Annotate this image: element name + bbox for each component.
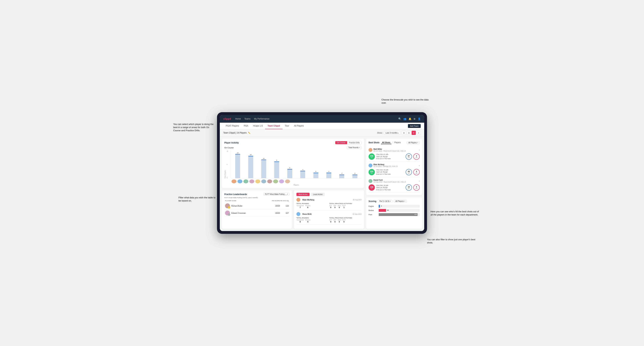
show-dropdown[interactable]: Last 3 months ▾ [384,131,400,135]
player-avatar-6 [267,179,272,183]
nav-my-performance[interactable]: My Performance [254,118,270,120]
best-shots-title: Best Shots [368,141,380,144]
all-shots-tab[interactable]: All Shots [381,141,392,144]
chevron-down-icon: ▾ [418,142,418,144]
tablet-screen: clippd Home Teams My Performance 🔍 👥 🔔 ⊕… [220,115,424,231]
chevron-down-icon: ▾ [390,200,391,202]
shot-player-name-2: Blair McHarg [374,164,419,166]
subnav-pgat[interactable]: PGAT Players [223,123,241,129]
total-rounds-section-2: Total Rounds Tournament 8 Practice [296,217,329,223]
bars-area: 13 12 10 9 5 4 3 3 [231,151,362,186]
tournament-stat-2: Tournament 8 [296,219,304,223]
player-avatar-4 [255,179,260,183]
left-col: Player Activity On Course Practice Drill… [222,139,364,229]
bar-group-0: 13 [232,151,244,178]
scoring-card: Scoring Par 3, 4 & 5s ▾ All Players ▾ [366,197,422,229]
activity-date-1: 26 Aug 2023 [352,199,362,201]
practice-drills-toggle[interactable]: Practice Drills [347,141,362,144]
shot-details-1: Shot Dist: 67 yds Start Lie: Rough End L… [376,153,404,160]
subnav-tour[interactable]: Tour [282,123,292,129]
best-shots-card: Best Shots All Shots | Players All Playe… [366,139,422,195]
card-view-button[interactable]: ♥ [412,131,416,135]
annotation-bottom-right: Here you can see who's hit the best shot… [430,210,480,216]
activity-tabs: Most Active Least Active [296,193,362,196]
on-course-toggle[interactable]: On Course [335,141,347,144]
tablet-frame: clippd Home Teams My Performance 🔍 👥 🔔 ⊕… [217,112,427,234]
all-players-dropdown[interactable]: All Players ▾ [407,141,420,144]
y-label-10: 10 [226,151,230,152]
practice-leaderboards-card: Practice Leaderboards PUTT Must Make Put… [222,190,292,229]
bar-highlight-0 [235,154,240,155]
chevron-right-icon-3[interactable]: › [419,180,420,182]
subnav-all-players[interactable]: All Players [292,123,306,129]
users-icon[interactable]: 👥 [404,117,406,120]
nav-teams[interactable]: Teams [244,118,250,120]
nav-links: Home Teams My Performance [235,118,394,120]
activity-player-2: Rees Britt 02 Sep 2023 Total Rounds [296,212,362,225]
user-avatar-icon[interactable]: 👤 [418,117,421,120]
player-activity-title: Player Activity [224,142,239,144]
least-active-tab[interactable]: Least Active [311,193,324,196]
practice-values-1: GTT 0 APP 0 [329,205,362,208]
team-header: Team Clippd | 14 Players ✏️ Show: Last 3… [220,129,424,137]
most-active-tab[interactable]: Most Active [296,193,310,196]
player-avatar-9 [285,179,290,183]
shot-details-2: Shot Dist: 43 yds Start Lie: Rough End L… [376,169,404,175]
total-rounds-filter[interactable]: Total Rounds ▾ [347,146,362,149]
shot-entry-3: David Ford 24 Aug 2023 · Royal North Dev… [368,177,420,193]
leaderboard-filter[interactable]: PUTT Must Make Putting ... ▾ [264,193,290,196]
shot-player-detail-2: 23 Jul 2023 · Aldridge GC, Hole 15 [374,166,419,167]
gtt-stat-1: GTT 0 [329,205,332,208]
chevron-down-icon: ▾ [404,200,405,202]
bell-icon[interactable]: 🔔 [408,117,412,120]
scoring-filter-1[interactable]: Par 3, 4 & 5s ▾ [378,200,392,203]
birdies-label: Birdies [368,209,377,211]
search-icon[interactable]: 🔍 [398,117,401,120]
avatar-matt [368,148,372,152]
plus-circle-icon[interactable]: ⊕ [414,117,416,120]
total-rounds-label-1: Total Rounds [296,203,329,204]
total-rounds-label-2: Total Rounds [296,217,329,219]
pars-label: Pars [368,214,377,216]
bar-2 [261,160,266,178]
app-stat-1: APP 0 [334,205,336,208]
bar-8 [339,174,344,178]
main-content: Player Activity On Course Practice Drill… [220,137,424,231]
leaderboard-row-1: 1 Richard Butler 19/20 110 [224,202,290,209]
sub-nav-right: Add Team [408,124,421,128]
bars-row: 13 12 10 9 5 4 3 3 [231,151,362,178]
avg-edward: 107 [280,212,289,214]
putt-stat-1: PUTT 1 [342,205,346,208]
app-stat-2: APP 0 [334,219,336,223]
shot-player-name-3: David Ford [374,179,419,181]
bar-6 [314,173,318,178]
score-richard: 19/20 [271,205,280,207]
y-axis-title: Total Rounds [224,151,226,178]
rank-badge-silver: 2 [228,213,230,216]
table-view-button[interactable]: ≡ [416,131,421,135]
scoring-row-eagles: Eagles 3 [368,205,420,208]
nav-home[interactable]: Home [235,118,241,120]
activity-player-1: Blair McHarg 26 Aug 2023 Total Rounds [296,198,362,210]
shot-player-detail-1: 09 Jun 2023 · Royal North Devon GC, Hole… [374,150,419,152]
bar-highlight-2 [261,160,266,160]
scoring-filter-2[interactable]: All Players ▾ [394,200,406,203]
shot-yds-badge-3: 16 yds [406,184,412,191]
leaderboard-row-2: 2 Edward Crossman 18/20 107 [224,209,290,217]
eagles-value: 3 [381,205,382,207]
grid-view-button[interactable]: ⊞ [402,131,406,135]
subnav-team-clippd[interactable]: Team Clippd [265,123,282,129]
chevron-right-icon-1[interactable]: › [419,149,420,151]
subnav-pga[interactable]: PGA [241,123,250,129]
annotation-top-left: You can select which player is doing the… [173,123,215,132]
list-view-button[interactable]: ☰ [407,131,411,135]
annotation-bottom-right2: You can also filter to show just one pla… [427,238,480,244]
shot-score-badge-1: 200 SG [368,154,375,160]
subnav-hcaps[interactable]: Hcaps 1-5 [250,123,265,129]
chevron-right-icon-2[interactable]: › [419,164,420,167]
players-tab[interactable]: Players [393,141,402,144]
shot-stats-row-3: 198 SG Shot Dist: 16 yds Start Lie: Roug… [368,184,420,191]
edit-icon[interactable]: ✏️ [248,132,250,134]
add-team-button[interactable]: Add Team [408,124,421,128]
scoring-title: Scoring [368,200,376,202]
